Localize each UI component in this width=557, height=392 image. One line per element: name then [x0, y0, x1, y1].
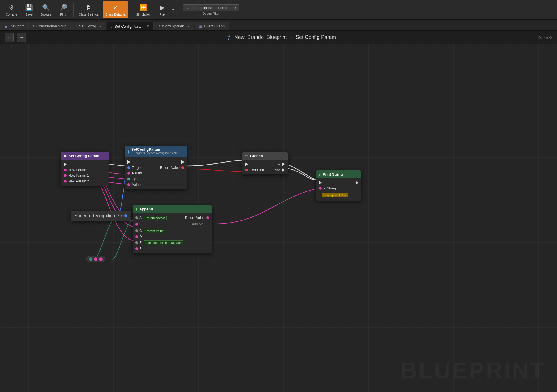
node-branch[interactable]: ↩ Branch True Condition False	[242, 152, 288, 174]
append-e-pin	[135, 241, 138, 244]
word-spoken-func-icon: ƒ	[158, 24, 160, 28]
browse-button[interactable]: 🔍 Browse	[38, 1, 54, 18]
debug-select-wrap: No debug object selected	[183, 4, 239, 11]
func-subtitle: Target is Speech Recognition Actor	[131, 152, 181, 156]
play-group: ▶ Play ▼	[155, 1, 176, 18]
append-title: Append	[139, 207, 153, 211]
class-defaults-label: Class Defaults	[105, 13, 126, 16]
append-b-label: B	[139, 222, 142, 226]
node-header-func: ƒ SetConfigParam Target is Speech Recogn…	[125, 146, 187, 157]
debug-container: No debug object selected Debug Filter	[183, 4, 239, 15]
tab-set-config-param-close[interactable]: ✕	[146, 24, 149, 28]
func-type-row: Type	[125, 176, 187, 182]
append-c-value: Param Value:	[144, 229, 166, 233]
tab-event-graph-label: Event Graph	[204, 24, 225, 28]
construction-func-icon: ƒ	[33, 24, 35, 28]
node-header-print-string: ƒ Print String	[316, 170, 361, 178]
tab-word-spoken[interactable]: ƒ Word Spoken ✕	[154, 22, 194, 31]
func-return-label: Return Value	[160, 166, 180, 170]
class-settings-icon: 🎛	[84, 3, 93, 12]
class-settings-button[interactable]: 🎛 Class Settings	[76, 1, 101, 18]
set-config-param-title: Set Config Param	[69, 154, 99, 158]
func-exec-out	[181, 160, 184, 164]
separator-2	[131, 3, 131, 17]
tab-set-config-close[interactable]: ✕	[99, 24, 102, 28]
simulation-label: Simulation	[136, 13, 150, 16]
class-defaults-button[interactable]: ✔ Class Defaults	[103, 1, 128, 18]
node-body-append: A Param Name: Return Value B Add pin +	[133, 213, 212, 253]
node-print-string[interactable]: ƒ Print String In String Development Onl…	[316, 170, 361, 201]
append-b-pin	[135, 223, 138, 226]
tab-word-spoken-label: Word Spoken	[162, 24, 184, 28]
tab-viewport[interactable]: ⊞ Viewport	[0, 22, 28, 31]
speech-rec-out-pin	[124, 214, 127, 217]
find-button[interactable]: 🔎 Find	[55, 1, 71, 18]
append-c-label: C	[139, 229, 142, 233]
func-type-label: Type	[132, 177, 139, 181]
exec-in-pin	[64, 162, 67, 166]
tab-set-config[interactable]: ƒ Set Config ✕	[71, 22, 106, 31]
func-title: SetConfigParam	[131, 147, 181, 152]
debug-filter-label: Debug Filter	[203, 12, 220, 15]
separator-3	[178, 3, 178, 17]
reroute-out-pin	[99, 257, 103, 261]
node-set-config-param-func[interactable]: ƒ SetConfigParam Target is Speech Recogn…	[125, 146, 187, 189]
node-speech-recognition-ptr[interactable]: Speech Recognition Ptr	[71, 211, 131, 221]
compile-label: Compile	[6, 13, 17, 16]
compile-button[interactable]: ⚙ Compile	[3, 1, 20, 18]
nav-back-button[interactable]: ←	[5, 33, 14, 42]
tab-event-graph[interactable]: ⊞ Event Graph	[195, 22, 229, 31]
save-label: Save	[25, 13, 33, 16]
append-c-pin	[135, 229, 138, 232]
save-button[interactable]: 💾 Save	[21, 1, 37, 18]
breadcrumb-separator: ›	[290, 34, 292, 40]
find-label: Find	[60, 13, 66, 16]
set-config-func-icon: ƒ	[75, 24, 77, 28]
tabs-bar: ⊞ Viewport ƒ Construction Scrip ƒ Set Co…	[0, 20, 557, 31]
breadcrumb-root: New_Brando_Blueprint	[234, 34, 287, 40]
node-body-print-string: In String Development Only	[316, 178, 361, 201]
node-body-speech-rec: Speech Recognition Ptr	[71, 211, 131, 221]
reroute-in-pin	[89, 257, 92, 261]
new-param-1-pin	[64, 174, 67, 177]
print-in-string-row: In String	[316, 186, 361, 191]
append-c-row: C Param Value:	[133, 228, 212, 234]
func-type-pin	[127, 178, 130, 180]
node-set-config-param-entry[interactable]: ▶ Set Config Param New Param New Param 1	[61, 152, 109, 186]
find-icon: 🔎	[59, 3, 68, 12]
node-header-branch: ↩ Branch	[242, 152, 288, 160]
print-exec-in	[319, 181, 322, 185]
tab-set-config-param[interactable]: ƒ Set Config Param ✕	[107, 22, 154, 31]
append-d-label: D	[139, 235, 142, 239]
branch-exec-in	[245, 162, 248, 166]
tab-construction-script[interactable]: ƒ Construction Scrip	[28, 22, 71, 31]
simulation-button[interactable]: ⏩ Simulation	[133, 1, 153, 18]
class-defaults-icon: ✔	[111, 3, 120, 12]
func-target-pin	[127, 166, 130, 169]
speech-rec-title: Speech Recognition Ptr	[75, 213, 122, 218]
append-add-pin[interactable]: Add pin +	[189, 222, 209, 227]
func-exec-row	[125, 159, 187, 165]
play-dropdown-button[interactable]: ▼	[171, 1, 176, 18]
new-param-2-pin	[64, 180, 67, 183]
reroute-mid-pin	[94, 257, 97, 261]
play-button[interactable]: ▶ Play	[155, 1, 171, 18]
canvas-area[interactable]: ▶ Set Config Param New Param New Param 1	[0, 44, 557, 392]
func-value-pin	[127, 183, 130, 186]
func-value-label: Value	[132, 183, 141, 187]
reroute-node[interactable]	[86, 256, 105, 262]
debug-object-select[interactable]: No debug object selected	[183, 4, 239, 11]
func-value-row: Value	[125, 182, 187, 188]
tab-set-config-label: Set Config	[79, 24, 96, 28]
new-param-pin	[64, 169, 67, 171]
func-call-icon: ƒ	[127, 149, 130, 154]
blueprint-watermark: BLUEPRINT	[401, 357, 546, 384]
tab-word-spoken-close[interactable]: ✕	[187, 24, 190, 28]
nav-forward-button[interactable]: →	[17, 33, 26, 42]
new-param-1-label: New Param 1	[68, 174, 89, 178]
branch-title: Branch	[250, 154, 263, 158]
branch-false-pin	[282, 168, 285, 172]
branch-condition-row: Condition False	[242, 167, 288, 173]
append-d-row: D	[133, 234, 212, 240]
node-append[interactable]: ƒ Append A Param Name: Return Value	[133, 205, 212, 253]
